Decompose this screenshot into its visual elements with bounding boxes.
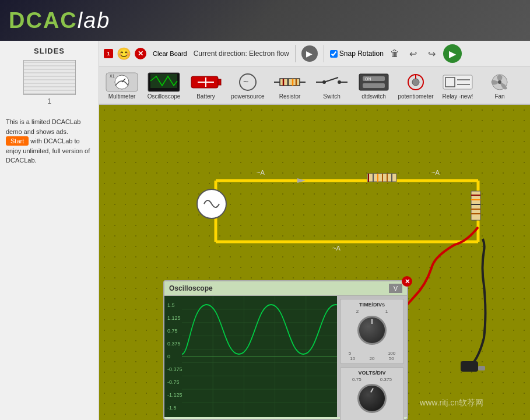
multimeter-icon: X1 <box>104 71 139 93</box>
undo-button[interactable]: ↩ <box>406 46 421 61</box>
sine-wave-chart <box>182 296 337 417</box>
svg-text:~A: ~A <box>332 245 341 252</box>
oscilloscope-title: Oscilloscope <box>169 284 213 292</box>
dtdswitch-icon: ON <box>356 71 391 93</box>
snap-rotation-checkbox[interactable] <box>330 50 338 58</box>
svg-rect-45 <box>367 174 396 182</box>
svg-text:~: ~ <box>243 77 248 87</box>
resistor-icon <box>272 71 307 93</box>
volts-div-knob[interactable] <box>357 384 387 413</box>
oscilloscope-screen: 1.5 1.125 0.75 0.375 0 -0.375 -0.75 -1.1… <box>164 296 337 417</box>
time-div-section: TIME/DIVs 21 5 100 <box>340 299 404 364</box>
battery-label: Battery <box>196 93 215 100</box>
svg-rect-7 <box>218 79 221 85</box>
component-dtdswitch[interactable]: ON dtdswitch <box>353 69 394 102</box>
demo-description: This is a limited DCACLab demo and shows… <box>3 114 96 168</box>
svg-point-29 <box>412 79 419 86</box>
potentiometer-label: potentiometer <box>398 93 433 100</box>
potentiometer-icon <box>398 71 433 93</box>
svg-line-23 <box>324 77 338 82</box>
y-label-7: -0.75 <box>167 379 182 385</box>
time-div-scale: 5 100 <box>343 351 401 356</box>
y-label-1: 1.5 <box>167 302 182 308</box>
component-resistor[interactable]: Resistor <box>269 69 310 102</box>
resistor-label: Resistor <box>279 93 301 100</box>
multimeter-label: Multimeter <box>108 93 136 100</box>
main-layout: SLIDES 1 This is a limited DCACLab demo … <box>0 41 530 420</box>
svg-rect-63 <box>478 366 485 370</box>
switch-icon <box>314 71 349 93</box>
component-battery[interactable]: Battery <box>185 69 226 102</box>
toolbar: 1 😊 ✕ Clear Board Current direction: Ele… <box>99 41 530 67</box>
battery-icon <box>188 71 223 93</box>
snap-rotation-option: Snap Rotation <box>330 50 384 58</box>
svg-marker-59 <box>297 178 306 183</box>
oscilloscope-label: Oscilloscope <box>148 93 181 100</box>
oscilloscope-header: Oscilloscope V <box>164 281 407 296</box>
component-potentiometer[interactable]: potentiometer <box>395 69 436 102</box>
app-logo: DCAClab <box>9 8 111 33</box>
current-direction-label: Current direction: Electron flow <box>194 50 289 58</box>
header: DCAClab <box>0 0 530 41</box>
y-label-9: -1.5 <box>167 405 182 411</box>
fan-label: Fan <box>494 93 504 100</box>
volts-div-section: VOLTS/DIV 0.750.375 1.5 6 <box>340 367 404 420</box>
redo-button[interactable]: ↪ <box>424 46 440 61</box>
slide-number: 1 <box>47 97 51 105</box>
oscilloscope-icon <box>146 71 181 93</box>
svg-rect-52 <box>471 191 480 220</box>
slide-thumbnail[interactable] <box>23 60 76 95</box>
circuit-canvas[interactable]: ~A ~A ~A <box>99 105 530 420</box>
svg-rect-26 <box>363 83 385 88</box>
y-label-8: -1.125 <box>167 392 182 398</box>
right-content: 1 😊 ✕ Clear Board Current direction: Ele… <box>99 41 530 420</box>
toolbar-divider <box>295 45 296 62</box>
component-switch[interactable]: Switch <box>311 69 352 102</box>
y-label-3: 0.75 <box>167 328 182 334</box>
start-button[interactable]: Start <box>6 136 29 146</box>
svg-rect-5 <box>150 74 177 88</box>
play-button[interactable]: ▶ <box>301 45 318 62</box>
slides-title: SLIDES <box>34 47 65 55</box>
v-button[interactable]: V <box>389 284 402 293</box>
fan-icon <box>482 71 517 93</box>
component-fan[interactable]: Fan <box>479 69 520 102</box>
svg-rect-61 <box>461 361 478 372</box>
svg-text:X1: X1 <box>110 74 115 78</box>
svg-text:~A: ~A <box>257 169 265 176</box>
time-div-label: TIME/DIVs <box>343 302 401 308</box>
oscilloscope-panel: ✕ Oscilloscope V 1.5 1.125 0.75 0.375 0 <box>163 280 408 420</box>
component-powersource[interactable]: ~ powersource <box>227 69 268 102</box>
component-bar: X1 Multimeter Oscilloscope <box>99 67 530 105</box>
close-button[interactable]: ✕ <box>135 48 146 59</box>
time-div-knob[interactable] <box>357 316 387 345</box>
switch-label: Switch <box>323 93 340 100</box>
oscilloscope-controls: TIME/DIVs 21 5 100 <box>337 296 407 417</box>
svg-point-58 <box>197 189 226 218</box>
clear-board-button[interactable]: Clear Board <box>150 48 190 59</box>
component-multimeter[interactable]: X1 Multimeter <box>101 69 142 102</box>
slide-indicator: 1 <box>104 49 113 58</box>
toolbar-divider2 <box>324 45 324 62</box>
relay-icon <box>440 71 475 93</box>
y-label-5: 0 <box>167 354 182 359</box>
y-label-6: -0.375 <box>167 366 182 372</box>
run-button[interactable]: ▶ <box>443 44 462 63</box>
component-relay[interactable]: Relay -new! <box>437 69 478 102</box>
component-oscilloscope[interactable]: Oscilloscope <box>143 69 184 102</box>
svg-text:ON: ON <box>365 77 371 81</box>
y-label-4: 0.375 <box>167 341 182 347</box>
delete-button[interactable]: 🗑 <box>387 46 402 61</box>
relay-label: Relay -new! <box>443 93 473 100</box>
sidebar: SLIDES 1 This is a limited DCACLab demo … <box>0 41 99 420</box>
powersource-label: powersource <box>231 93 264 100</box>
y-label-2: 1.125 <box>167 315 182 321</box>
oscilloscope-close-button[interactable]: ✕ <box>402 276 412 287</box>
watermark: www.ritj.cn软荐网 <box>420 398 483 408</box>
powersource-icon: ~ <box>230 71 265 93</box>
y-axis-labels: 1.5 1.125 0.75 0.375 0 -0.375 -0.75 -1.1… <box>167 296 182 417</box>
volts-div-label: VOLTS/DIV <box>343 370 401 376</box>
oscilloscope-body: 1.5 1.125 0.75 0.375 0 -0.375 -0.75 -1.1… <box>164 296 407 417</box>
emoji-face-icon: 😊 <box>117 47 131 61</box>
svg-text:~A: ~A <box>431 169 440 176</box>
